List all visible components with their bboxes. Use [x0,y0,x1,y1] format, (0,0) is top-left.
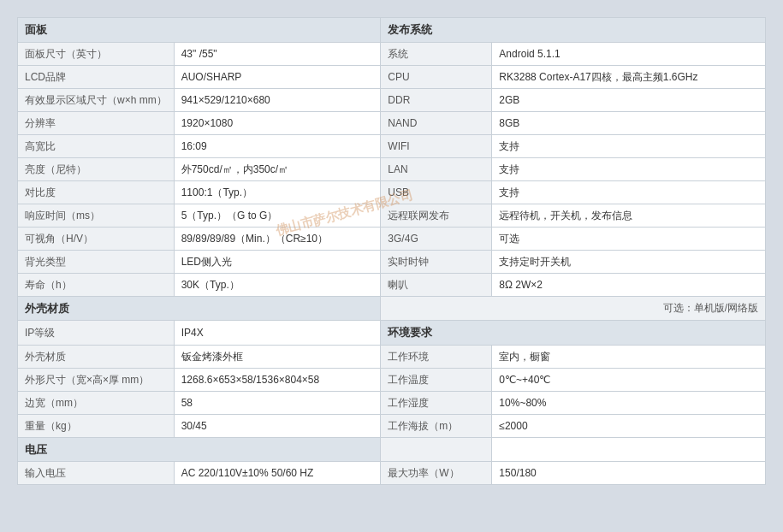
spec-table: 面板 发布系统 面板尺寸（英寸） 43" /55" 系统 Android 5.1… [17,17,766,485]
label-cell: 工作海拔（m） [381,414,492,437]
label-cell: DDR [381,88,492,111]
table-row: 可视角（H/V） 89/89/89/89（Min.）（CR≥10） 3G/4G … [18,227,766,250]
value-cell: 1268.6×653×58/1536×804×58 [174,368,381,391]
label-cell: 可视角（H/V） [18,227,175,250]
value-cell: 0℃~+40℃ [492,368,766,391]
label-cell: 外形尺寸（宽×高×厚 mm） [18,368,175,391]
label-cell: 背光类型 [18,250,175,273]
table-row: 分辨率 1920×1080 NAND 8GB [18,111,766,134]
label-cell: 3G/4G [381,227,492,250]
value-cell: 支持 [492,180,766,204]
label-cell: 系统 [381,42,492,65]
table-row: 面板尺寸（英寸） 43" /55" 系统 Android 5.1.1 [18,42,766,65]
value-cell: 8GB [492,111,766,134]
label-cell: USB [381,180,492,204]
table-row: 对比度 1100:1（Typ.） USB 支持 [18,180,766,204]
label-cell: 输入电压 [18,462,175,485]
value-cell: IP4X [174,321,381,346]
label-cell: 工作环境 [381,345,492,368]
value-cell: Android 5.1.1 [492,42,766,65]
environment-header: 环境要求 [381,321,766,346]
label-cell: 寿命（h） [18,273,175,296]
value-cell: 室内，橱窗 [492,345,766,368]
label-cell: WIFI [381,134,492,157]
label-cell: 远程联网发布 [381,204,492,227]
table-row: 背光类型 LED侧入光 实时时钟 支持定时开关机 [18,250,766,273]
value-cell: 30/45 [174,414,381,437]
value-cell: 941×529/1210×680 [174,88,381,111]
label-cell: 响应时间（ms） [18,204,175,227]
label-cell: 工作温度 [381,368,492,391]
value-cell: RK3288 Cortex-A17四核，最高主频1.6GHz [492,65,766,88]
value-cell: 钣金烤漆外框 [174,345,381,368]
label-cell [381,437,492,462]
value-cell: 150/180 [492,462,766,485]
label-cell: 亮度（尼特） [18,157,175,180]
shell-header: 外壳材质 [18,296,381,321]
label-cell: 实时时钟 [381,250,492,273]
table-row: 重量（kg） 30/45 工作海拔（m） ≤2000 [18,414,766,437]
table-row: 有效显示区域尺寸（w×h mm） 941×529/1210×680 DDR 2G… [18,88,766,111]
label-cell: 最大功率（W） [381,462,492,485]
table-row: IP等级 IP4X 环境要求 [18,321,766,346]
table-row: 高宽比 16:09 WIFI 支持 [18,134,766,157]
table-row: LCD品牌 AUO/SHARP CPU RK3288 Cortex-A17四核，… [18,65,766,88]
value-cell: 1100:1（Typ.） [174,180,381,204]
label-cell: 有效显示区域尺寸（w×h mm） [18,88,175,111]
value-cell: 16:09 [174,134,381,157]
value-cell: 可选 [492,227,766,250]
label-cell: CPU [381,65,492,88]
value-cell [492,437,766,462]
label-cell: 工作湿度 [381,391,492,414]
table-row: 亮度（尼特） 外750cd/㎡，内350c/㎡ LAN 支持 [18,157,766,180]
table-row: 寿命（h） 30K（Typ.） 喇叭 8Ω 2W×2 [18,273,766,296]
value-cell: AC 220/110V±10% 50/60 HZ [174,462,381,485]
system-header: 发布系统 [381,18,766,43]
value-cell: 支持 [492,157,766,180]
table-row: 输入电压 AC 220/110V±10% 50/60 HZ 最大功率（W） 15… [18,462,766,485]
label-cell: 外壳材质 [18,345,175,368]
value-cell: 58 [174,391,381,414]
label-cell: 重量（kg） [18,414,175,437]
label-cell: NAND [381,111,492,134]
value-cell: AUO/SHARP [174,65,381,88]
value-cell: 5（Typ.）（G to G） [174,204,381,227]
value-cell: 10%~80% [492,391,766,414]
panel-header: 面板 [18,18,381,43]
note-cell: 可选：单机版/网络版 [381,296,766,321]
value-cell: LED侧入光 [174,250,381,273]
table-row: 外形尺寸（宽×高×厚 mm） 1268.6×653×58/1536×804×58… [18,368,766,391]
voltage-header: 电压 [18,437,381,462]
label-cell: LAN [381,157,492,180]
value-cell: 支持定时开关机 [492,250,766,273]
value-cell: 远程待机，开关机，发布信息 [492,204,766,227]
table-row: 外壳材质 钣金烤漆外框 工作环境 室内，橱窗 [18,345,766,368]
value-cell: 30K（Typ.） [174,273,381,296]
label-cell: 分辨率 [18,111,175,134]
page-wrapper: 佛山市萨尔技术有限公司 面板 发布系统 面板尺寸（英寸） 43" /55" 系统… [17,17,766,485]
value-cell: 外750cd/㎡，内350c/㎡ [174,157,381,180]
label-cell: 喇叭 [381,273,492,296]
table-row: 响应时间（ms） 5（Typ.）（G to G） 远程联网发布 远程待机，开关机… [18,204,766,227]
value-cell: ≤2000 [492,414,766,437]
label-cell: IP等级 [18,321,175,346]
value-cell: 支持 [492,134,766,157]
table-row: 边宽（mm） 58 工作湿度 10%~80% [18,391,766,414]
value-cell: 2GB [492,88,766,111]
label-cell: LCD品牌 [18,65,175,88]
label-cell: 边宽（mm） [18,391,175,414]
value-cell: 1920×1080 [174,111,381,134]
value-cell: 89/89/89/89（Min.）（CR≥10） [174,227,381,250]
label-cell: 高宽比 [18,134,175,157]
label-cell: 面板尺寸（英寸） [18,42,175,65]
value-cell: 43" /55" [174,42,381,65]
value-cell: 8Ω 2W×2 [492,273,766,296]
label-cell: 对比度 [18,180,175,204]
